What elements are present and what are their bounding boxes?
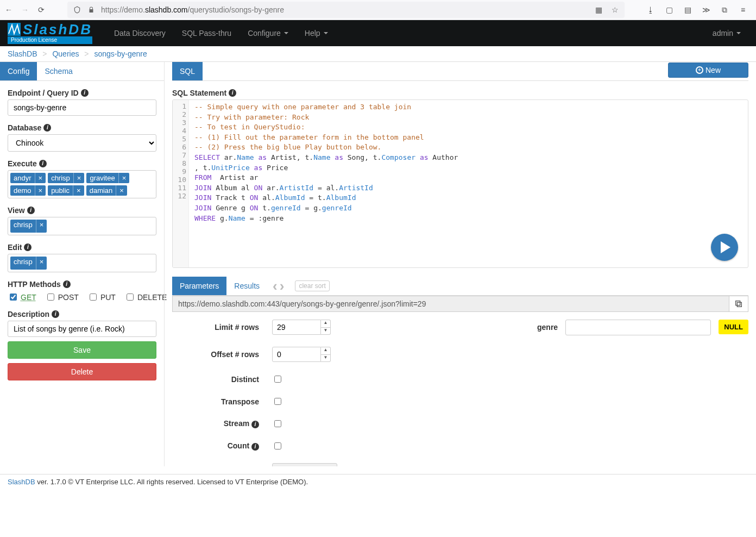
endpoint-input[interactable] xyxy=(8,99,156,116)
remove-tag-icon[interactable]: × xyxy=(36,220,47,233)
sql-editor[interactable]: 1 2 3 4 5 6 7 8 9 10 11 12 -- Simple que… xyxy=(172,99,748,268)
view-tags[interactable]: chrisp× xyxy=(8,217,156,235)
genre-input[interactable] xyxy=(565,320,711,335)
library-icon[interactable]: ▢ xyxy=(665,5,673,14)
remove-tag-icon[interactable]: × xyxy=(35,185,46,196)
nav-data-discovery[interactable]: Data Discovery xyxy=(106,22,173,44)
breadcrumb-queries[interactable]: Queries xyxy=(52,49,79,58)
extensions-icon[interactable]: ⧉ xyxy=(720,5,729,14)
clear-sort-button: clear sort xyxy=(295,280,329,291)
info-icon[interactable]: i xyxy=(52,310,59,318)
tab-sql[interactable]: SQL xyxy=(172,62,203,80)
logo-icon xyxy=(8,23,21,36)
url-text: https://demo.slashdb.com/querystudio/son… xyxy=(101,5,284,14)
download-icon[interactable]: ⭳ xyxy=(646,5,655,14)
breadcrumb-current[interactable]: songs-by-genre xyxy=(94,49,147,58)
play-icon xyxy=(721,241,730,253)
tab-results[interactable]: Results xyxy=(226,277,267,295)
tab-parameters[interactable]: Parameters xyxy=(172,277,226,295)
distinct-check[interactable] xyxy=(274,376,281,383)
chevron-up-icon[interactable]: ▲ xyxy=(321,320,330,328)
tab-config[interactable]: Config xyxy=(0,62,37,80)
database-select[interactable]: Chinook xyxy=(8,134,156,152)
info-icon[interactable]: i xyxy=(24,243,32,251)
tab-schema[interactable]: Schema xyxy=(37,62,80,80)
breadcrumb: SlashDB > Queries > songs-by-genre xyxy=(0,46,756,58)
result-url[interactable]: https://demo.slashdb.com:443/query/songs… xyxy=(172,296,729,312)
new-button[interactable]: +New xyxy=(668,63,748,78)
nav-help[interactable]: Help xyxy=(297,22,336,44)
nav-configure[interactable]: Configure xyxy=(240,22,296,44)
transpose-check[interactable] xyxy=(274,398,281,405)
app-navbar: SlashDB Production License Data Discover… xyxy=(0,20,756,46)
remove-tag-icon[interactable]: × xyxy=(35,173,46,183)
back-icon[interactable]: ← xyxy=(4,5,13,14)
qr-icon[interactable]: ▦ xyxy=(594,5,603,14)
remove-tag-icon[interactable]: × xyxy=(36,257,47,270)
caret-down-icon xyxy=(736,32,741,34)
info-icon[interactable]: i xyxy=(251,421,259,428)
info-icon[interactable]: i xyxy=(81,89,89,97)
http-put[interactable]: PUT xyxy=(87,292,116,302)
execute-tags[interactable]: andyr×chrisp×gravitee×demo×public×damian… xyxy=(8,170,156,198)
delete-button[interactable]: Delete xyxy=(8,363,156,380)
copy-icon xyxy=(734,299,743,308)
user-menu[interactable]: admin xyxy=(705,22,748,44)
limit-input[interactable]: ▲▼ xyxy=(272,320,337,335)
tag[interactable]: chrisp× xyxy=(10,220,47,233)
format-select[interactable]: json xyxy=(272,463,337,466)
reader-icon[interactable]: ▤ xyxy=(683,5,692,14)
info-icon[interactable]: i xyxy=(229,89,236,97)
count-check[interactable] xyxy=(274,442,281,449)
remove-tag-icon[interactable]: × xyxy=(73,173,85,183)
tag[interactable]: chrisp× xyxy=(10,257,47,270)
breadcrumb-root[interactable]: SlashDB xyxy=(8,49,37,58)
http-post[interactable]: POST xyxy=(45,292,79,302)
nav-sql-passthru[interactable]: SQL Pass-thru xyxy=(174,22,239,44)
overflow-icon[interactable]: ≫ xyxy=(702,5,710,14)
remove-tag-icon[interactable]: × xyxy=(73,185,84,196)
offset-input[interactable]: ▲▼ xyxy=(272,347,337,362)
edit-tags[interactable]: chrisp× xyxy=(8,254,156,272)
null-badge[interactable]: NULL xyxy=(719,320,748,334)
footer-link[interactable]: SlashDB xyxy=(8,478,35,486)
chevron-down-icon[interactable]: ▼ xyxy=(321,328,330,335)
caret-down-icon xyxy=(284,32,288,34)
info-icon[interactable]: i xyxy=(251,443,259,451)
forward-icon: → xyxy=(21,5,29,14)
tag[interactable]: gravitee× xyxy=(86,173,129,183)
label-edit: Edit xyxy=(8,243,22,252)
chevron-down-icon[interactable]: ▼ xyxy=(321,355,330,362)
tag[interactable]: public× xyxy=(48,185,84,196)
url-bar[interactable]: https://demo.slashdb.com/querystudio/son… xyxy=(67,2,625,18)
info-icon[interactable]: i xyxy=(39,160,47,167)
run-button[interactable] xyxy=(711,234,738,261)
reload-icon[interactable]: ⟳ xyxy=(37,5,46,14)
http-delete[interactable]: DELETE xyxy=(124,292,167,302)
info-icon[interactable]: i xyxy=(63,280,71,288)
tag[interactable]: andyr× xyxy=(10,173,46,183)
copy-url-button[interactable] xyxy=(729,296,748,312)
description-input[interactable] xyxy=(8,321,156,337)
save-button[interactable]: Save xyxy=(8,341,156,359)
tag[interactable]: chrisp× xyxy=(48,173,84,183)
tag[interactable]: damian× xyxy=(86,185,127,196)
bookmark-icon[interactable]: ☆ xyxy=(610,5,619,14)
http-get[interactable]: GET xyxy=(8,292,36,302)
logo[interactable]: SlashDB Production License xyxy=(8,22,92,44)
menu-icon[interactable]: ≡ xyxy=(739,5,747,14)
info-icon[interactable]: i xyxy=(27,207,35,214)
tag-label: public xyxy=(48,185,73,196)
label-database: Database xyxy=(8,123,41,132)
remove-tag-icon[interactable]: × xyxy=(118,173,130,183)
stream-check[interactable] xyxy=(274,420,281,427)
label-stream: Stream i xyxy=(172,419,259,428)
chevron-up-icon[interactable]: ▲ xyxy=(321,347,330,355)
remove-tag-icon[interactable]: × xyxy=(116,185,127,196)
label-genre: genre xyxy=(537,320,558,332)
tag[interactable]: demo× xyxy=(10,185,46,196)
params-scroll[interactable]: Limit # rows ▲▼ Offset # rows ▲▼ Distinc… xyxy=(172,312,515,466)
info-icon[interactable]: i xyxy=(43,124,51,132)
label-sql: SQL Statement xyxy=(172,89,226,97)
label-transpose: Transpose xyxy=(172,397,259,406)
